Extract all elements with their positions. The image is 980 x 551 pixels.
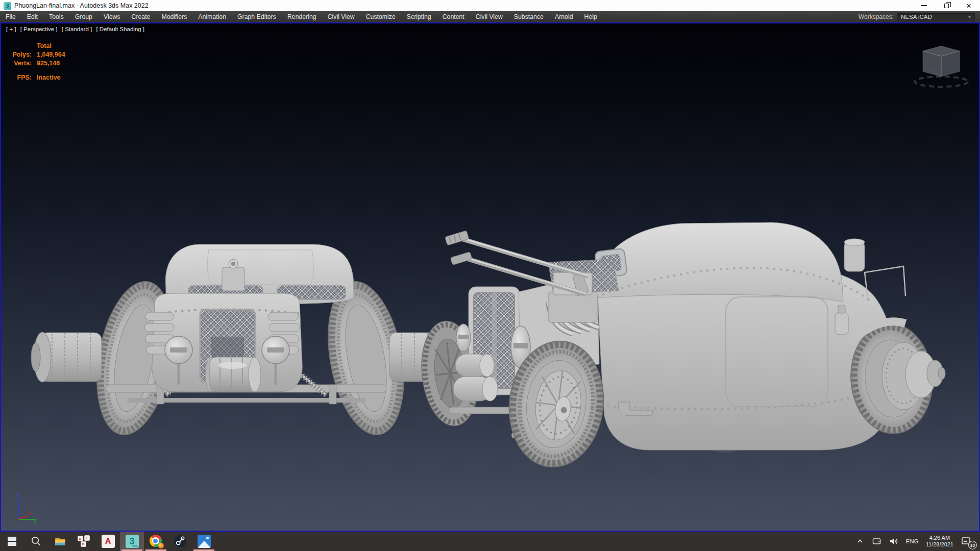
viewcube-right-face: RIGHT bbox=[944, 60, 957, 64]
stats-total-header: Total bbox=[37, 42, 65, 51]
axis-z-label: z bbox=[16, 492, 19, 498]
viewport-label: [ + ] [ Perspective ] [ Standard ] [ Def… bbox=[6, 26, 147, 32]
menu-item[interactable]: Tools bbox=[43, 11, 69, 22]
chevron-down-icon: ▼ bbox=[968, 15, 971, 19]
menu-bar: FileEditToolsGroupViewsCreateModifiersAn… bbox=[0, 11, 980, 22]
steam-button[interactable] bbox=[168, 532, 192, 551]
unikey-button[interactable]: u i n bbox=[72, 532, 96, 551]
3dsmax-app-icon: 3 bbox=[4, 2, 11, 10]
menu-item[interactable]: Animation bbox=[192, 11, 232, 22]
menu-item[interactable]: Arnold bbox=[549, 11, 579, 22]
file-explorer-icon bbox=[54, 535, 67, 548]
axis-x-label: x bbox=[29, 510, 32, 516]
chrome-icon bbox=[150, 535, 163, 548]
title-bar: 3 PhuongLan-final.max - Autodesk 3ds Max… bbox=[0, 0, 980, 11]
stats-polys-label: Polys: bbox=[8, 51, 32, 59]
chrome-button[interactable] bbox=[144, 532, 168, 551]
autocad-button[interactable]: A bbox=[96, 532, 120, 551]
viewport-menu-general[interactable]: [ + ] bbox=[6, 26, 16, 32]
stats-verts-label: Verts: bbox=[8, 59, 32, 68]
clock-time: 4:26 AM bbox=[929, 535, 950, 541]
workspaces-area: Workspaces: NESA iCAD ▼ bbox=[859, 13, 980, 21]
3dsmax-taskbar-button[interactable]: 3 MAX bbox=[120, 532, 144, 551]
menu-item[interactable]: Civil View bbox=[470, 11, 508, 22]
stats-fps-label: FPS: bbox=[8, 73, 32, 82]
speaker-icon bbox=[889, 537, 899, 546]
windows-taskbar: u i n A 3 MAX bbox=[0, 532, 980, 551]
display-icon bbox=[872, 537, 881, 546]
minimize-button[interactable] bbox=[913, 0, 935, 11]
photos-icon bbox=[198, 535, 211, 548]
stats-polys-value: 1,049,964 bbox=[37, 51, 65, 59]
tray-display-button[interactable] bbox=[868, 532, 885, 551]
viewport-menu-pov[interactable]: [ Perspective ] bbox=[20, 26, 58, 32]
close-icon: ✕ bbox=[966, 3, 972, 9]
menu-item[interactable]: Create bbox=[126, 11, 156, 22]
menu-item[interactable]: Substance bbox=[508, 11, 549, 22]
model-perspective-view[interactable] bbox=[420, 215, 955, 496]
viewcube[interactable]: FRONT RIGHT bbox=[912, 41, 971, 92]
menu-item[interactable]: Views bbox=[98, 11, 126, 22]
minimize-icon bbox=[921, 5, 927, 6]
workspaces-label: Workspaces: bbox=[859, 13, 894, 20]
action-center-button[interactable]: 10 bbox=[957, 532, 978, 551]
model-front-view[interactable] bbox=[29, 236, 463, 450]
photos-button[interactable] bbox=[192, 532, 216, 551]
stats-verts-value: 925,146 bbox=[37, 59, 65, 68]
menu-item[interactable]: Edit bbox=[21, 11, 43, 22]
window-title: PhuongLan-final.max - Autodesk 3ds Max 2… bbox=[14, 2, 149, 9]
axis-y-label: y bbox=[34, 518, 37, 524]
workspace-dropdown[interactable]: NESA iCAD ▼ bbox=[897, 13, 975, 21]
restore-button[interactable] bbox=[935, 0, 958, 11]
menu-item[interactable]: Group bbox=[69, 11, 98, 22]
desktop: 3 PhuongLan-final.max - Autodesk 3ds Max… bbox=[0, 0, 980, 551]
menu-item[interactable]: Customize bbox=[360, 11, 401, 22]
steam-icon bbox=[174, 535, 187, 548]
close-button[interactable]: ✕ bbox=[958, 0, 980, 11]
menu-item[interactable]: Civil View bbox=[322, 11, 360, 22]
tray-volume-button[interactable] bbox=[885, 532, 902, 551]
viewport-canvas[interactable]: [ + ] [ Perspective ] [ Standard ] [ Def… bbox=[0, 22, 980, 532]
statistics-overlay: Total Polys: 1,049,964 Verts: 925,146 FP… bbox=[8, 42, 65, 82]
stats-fps-value: Inactive bbox=[37, 73, 65, 82]
menu-item[interactable]: Scripting bbox=[401, 11, 437, 22]
windows-logo-icon bbox=[8, 537, 17, 546]
autocad-icon: A bbox=[102, 535, 115, 548]
clock-date: 11/28/2021 bbox=[926, 541, 953, 548]
menu-item[interactable]: Rendering bbox=[282, 11, 322, 22]
unikey-icon: u i n bbox=[77, 535, 91, 548]
search-icon bbox=[30, 535, 42, 547]
viewcube-front-face: FRONT bbox=[925, 62, 939, 67]
world-axis-tripod: z x y bbox=[8, 492, 44, 527]
chevron-up-icon bbox=[855, 537, 865, 546]
menu-item[interactable]: Modifiers bbox=[156, 11, 192, 22]
taskbar-clock[interactable]: 4:26 AM 11/28/2021 bbox=[922, 532, 957, 551]
search-button[interactable] bbox=[24, 532, 48, 551]
file-explorer-button[interactable] bbox=[48, 532, 72, 551]
menu-item[interactable]: Help bbox=[579, 11, 603, 22]
workspace-value: NESA iCAD bbox=[901, 14, 932, 20]
viewport-menu-standard[interactable]: [ Standard ] bbox=[62, 26, 92, 32]
menu-item[interactable]: Content bbox=[437, 11, 470, 22]
restore-icon bbox=[944, 4, 949, 8]
chrome-avatar-badge bbox=[158, 543, 164, 548]
tray-overflow-button[interactable] bbox=[852, 532, 868, 551]
language-indicator[interactable]: ENG bbox=[902, 532, 922, 551]
start-button[interactable] bbox=[0, 532, 24, 551]
viewport-menu-shading[interactable]: [ Default Shading ] bbox=[96, 26, 144, 32]
notification-count-badge: 10 bbox=[968, 541, 977, 549]
system-tray: ENG 4:26 AM 11/28/2021 10 bbox=[852, 532, 980, 551]
menu-item[interactable]: File bbox=[0, 11, 21, 22]
menu-item[interactable]: Graph Editors bbox=[232, 11, 282, 22]
3dsmax-icon: 3 MAX bbox=[126, 535, 139, 548]
